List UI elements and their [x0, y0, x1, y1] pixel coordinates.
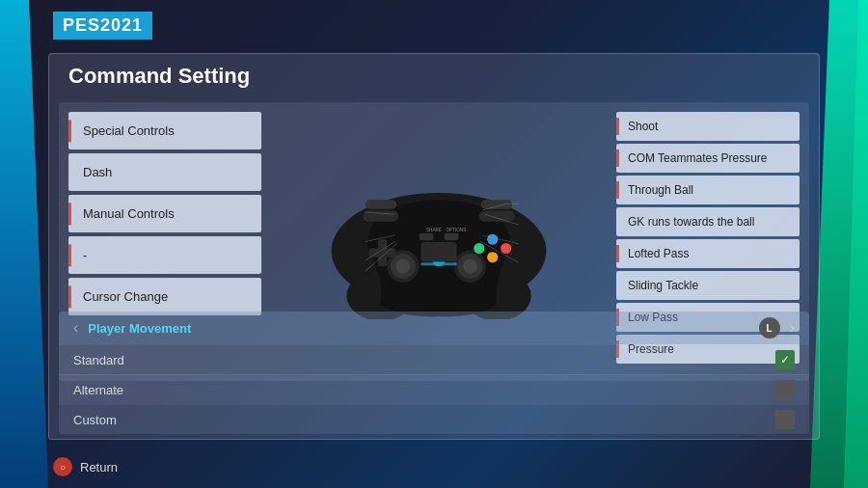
controller-image: SHARE OPTIONS — [313, 165, 564, 319]
svg-point-16 — [501, 242, 511, 253]
check-alternate — [775, 380, 795, 399]
control-item-manual-controls[interactable]: Manual Controls — [68, 195, 261, 232]
svg-rect-20 — [445, 232, 459, 239]
svg-point-9 — [395, 258, 410, 273]
svg-rect-23 — [420, 242, 456, 261]
control-item-dash[interactable]: Dash — [68, 153, 261, 191]
check-standard — [775, 350, 795, 369]
svg-rect-5 — [366, 200, 397, 208]
circle-icon: ○ — [53, 457, 72, 476]
action-item-com-teammates[interactable]: COM Teammates Pressure — [616, 144, 800, 173]
svg-rect-6 — [481, 200, 512, 208]
return-label: Return — [80, 460, 118, 474]
svg-rect-24 — [420, 262, 456, 265]
bottom-row-alternate[interactable]: Alternate — [59, 374, 809, 404]
svg-point-15 — [487, 233, 498, 244]
page-title: Command Setting — [68, 64, 250, 89]
main-panel: Command Setting Special Controls Dash Ma… — [48, 53, 820, 440]
l-icon: L — [759, 317, 780, 339]
svg-rect-3 — [363, 210, 398, 221]
bottom-section: ‹ Player Movement L › Standard Alternate… — [59, 312, 809, 434]
control-item-dash2[interactable]: - — [68, 236, 261, 274]
arrow-left-icon[interactable]: ‹ — [73, 319, 78, 337]
bottom-row-custom[interactable]: Custom — [59, 404, 809, 434]
svg-rect-14 — [369, 248, 396, 257]
arrow-right-icon[interactable]: › — [790, 319, 795, 337]
control-item-special-controls[interactable]: Special Controls — [68, 112, 261, 149]
svg-text:OPTIONS: OPTIONS — [446, 227, 466, 231]
svg-point-12 — [463, 258, 477, 273]
action-item-through-ball[interactable]: Through Ball — [616, 176, 800, 204]
svg-rect-19 — [420, 232, 434, 239]
action-item-lofted-pass[interactable]: Lofted Pass — [616, 239, 800, 268]
bottom-row-standard[interactable]: Standard — [59, 344, 809, 374]
bottom-header: ‹ Player Movement L › — [59, 312, 809, 344]
action-item-shoot[interactable]: Shoot — [616, 112, 800, 141]
svg-point-17 — [487, 252, 498, 262]
logo: PES2021 — [53, 12, 152, 40]
return-button[interactable]: ○ Return — [53, 457, 118, 476]
bottom-header-title: Player Movement — [88, 321, 758, 336]
check-custom — [775, 410, 795, 429]
control-item-cursor-change[interactable]: Cursor Change — [68, 278, 261, 315]
action-item-sliding-tackle[interactable]: Sliding Tackle — [616, 271, 800, 300]
action-item-gk-runs[interactable]: GK runs towards the ball — [616, 207, 800, 236]
svg-point-18 — [474, 242, 484, 253]
svg-rect-4 — [479, 210, 515, 221]
svg-text:SHARE: SHARE — [426, 227, 442, 231]
